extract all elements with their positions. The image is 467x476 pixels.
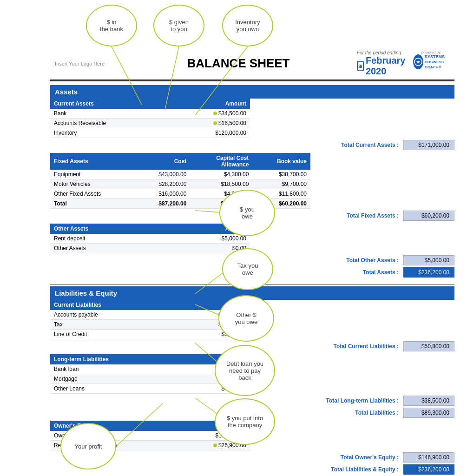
total-liabilities-value: $89,300.00 [403,408,454,418]
bubble-tax: Tax youowe [222,248,273,290]
bubble-other-text: Other $you owe [235,311,257,325]
bubble-other: Other $you owe [218,295,274,342]
total-lt-liab-value: $38,500.00 [403,396,454,406]
total-assets-label: Total Assets : [363,269,399,276]
total-liabilities-label: Total Liabilities : [355,410,399,416]
fixed-assets-cca-col: Capital CostAllowance [190,153,252,170]
total-current-assets-value: $171,000.00 [403,140,454,150]
other-loans-label: Other Loans [50,384,178,394]
bubble-owe-text: $ youowe [240,206,255,220]
total-lt-liab-label: Total Long-term Liabilities : [326,397,399,404]
bank-loan-label: Bank loan [50,364,178,374]
current-liab-col-header: Current Liabilities [50,300,171,310]
bubble-debt: Debt loan youneed to payback [215,345,275,396]
accounts-payable-label: Accounts payable [50,310,171,320]
equipment-cost: $43,000.00 [135,170,190,179]
ar-amount: $16,500.00 [169,119,250,128]
fixed-assets-table: Fixed Assets Cost Capital CostAllowance … [50,153,310,209]
total-fixed-assets-value: $60,200.00 [403,211,454,221]
rent-deposit-label: Rent deposit [50,234,163,244]
retained-earnings-dot [213,443,217,447]
other-assets-label: Other Assets [50,244,163,253]
table-row: Motor Vehicles $28,200.00 $18,500.00 $9,… [50,179,310,189]
fixed-assets-book-col: Book value [252,153,310,170]
motor-cca: $18,500.00 [190,179,252,189]
other-assets-col-header: Other Assets [50,224,163,234]
logo-placeholder: Insert Your Logo Here [55,61,120,66]
table-row: Bank $34,500.00 [50,109,250,119]
total-assets-value: $236,200.00 [403,267,454,278]
tax-label: Tax [50,320,171,330]
bubble-inventory-text: Inventoryyou own [235,19,260,33]
other-fixed-label: Other Fixed Assets [50,189,135,199]
table-row: Other Fixed Assets $16,000.00 $4,200.00 … [50,189,310,199]
rent-deposit-amount: $5,000.00 [163,234,250,244]
bubble-profit: Your profit [60,423,116,469]
lt-liab-col-header: Long-term Liabilities [50,354,178,364]
bubble-company: $ you put intothe company [215,398,275,445]
total-other-assets-label: Total Other Assets : [346,257,399,264]
equipment-cca: $4,300.00 [190,170,252,179]
total-le-row: Total Liabilities & Equity : $236,200.00 [50,464,454,475]
bubble-bank-text: $ inthe bank [100,19,123,33]
bank-label: Bank [50,109,169,119]
bubble-given-text: $ givento you [169,19,189,33]
inventory-amount: $120,000.00 [169,128,250,138]
ar-label: Accounts Receivable [50,119,169,128]
period-label: For the period ending: [357,50,408,55]
other-assets-table: Other Assets Amount Rent deposit $5,000.… [50,224,250,253]
thick-divider [50,79,454,81]
total-le-label: Total Liabilities & Equity : [331,466,399,473]
period-date: ⊞ February 2020 [357,55,408,77]
current-assets-amount-col: Amount [169,99,250,109]
mortgage-label: Mortgage [50,374,178,384]
total-current-liab-label: Total Current Liabilities : [334,343,399,350]
bubble-tax-text: Tax youowe [237,262,258,276]
total-equity-value: $146,900.00 [403,452,454,463]
bank-amount: $34,500.00 [169,109,250,119]
total-current-assets-row: Total Current Assets : $171,000.00 [50,140,454,150]
total-other-assets-value: $5,000.00 [403,255,454,265]
bubble-bank: $ inthe bank [86,5,137,46]
ar-dot [213,121,217,125]
equipment-book: $38,700.00 [252,170,310,179]
inventory-label: Inventory [50,128,169,138]
table-row: Equipment $43,000.00 $4,300.00 $38,700.0… [50,170,310,179]
current-assets-col-header: Current Assets [50,99,169,109]
systems-text: SYSTEMSBUSINESS COACH® [425,54,450,69]
bubble-debt-text: Debt loan youneed to payback [226,360,263,381]
calendar-icon: ⊞ [357,61,364,71]
bank-dot [213,112,217,115]
bubble-profit-text: Your profit [75,443,102,450]
bubble-inventory: Inventoryyou own [222,5,273,46]
fixed-assets-cost-col: Cost [135,153,190,170]
systems-circle [413,54,423,69]
fixed-assets-col-header: Fixed Assets [50,153,135,170]
page-title: BALANCE SHEET [120,56,357,71]
table-row: Accounts Receivable $16,500.00 [50,119,250,128]
table-row: Line of Credit $5,100.00 [50,330,250,339]
table-row: Other Assets $0.00 [50,244,250,253]
equipment-label: Equipment [50,170,135,179]
total-fixed-assets-label: Total Fixed Assets : [347,212,399,219]
systems-logo: powered by: SYSTEMSBUSINESS COACH® [413,50,450,69]
bubble-given: $ givento you [153,5,204,46]
total-equity-label: Total Owner's Equity : [341,454,399,461]
motor-cost: $28,200.00 [135,179,190,189]
table-row: Inventory $120,000.00 [50,128,250,138]
header: Insert Your Logo Here BALANCE SHEET For … [50,50,454,77]
total-le-value: $236,200.00 [403,464,454,475]
header-right: For the period ending: ⊞ February 2020 p… [357,50,450,77]
motor-book: $9,700.00 [252,179,310,189]
total-current-liab-value: $50,800.00 [403,341,454,351]
powered-by: powered by: [421,50,442,54]
fixed-total-cost: $87,200.00 [135,199,190,209]
current-assets-table: Current Assets Amount Bank $34,500.00 [50,99,250,138]
assets-section-header: Assets [50,85,454,99]
table-row: Rent deposit $5,000.00 [50,234,250,244]
loc-label: Line of Credit [50,330,171,339]
bubble-owe: $ youowe [219,190,275,236]
other-fixed-cost: $16,000.00 [135,189,190,199]
total-current-assets-label: Total Current Assets : [341,142,399,148]
motor-label: Motor Vehicles [50,179,135,189]
